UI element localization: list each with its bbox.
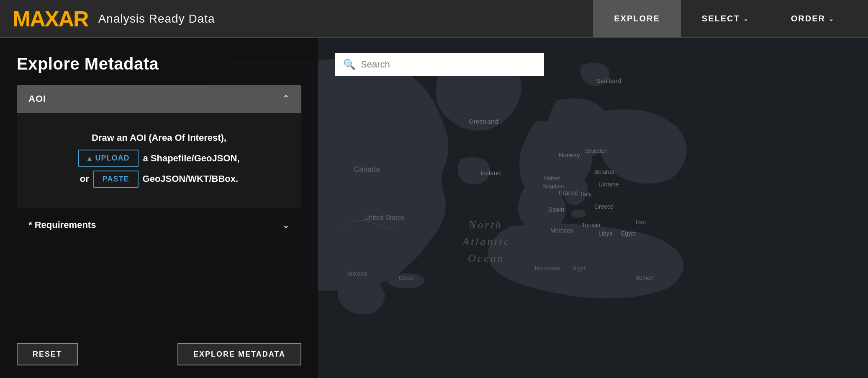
svg-text:United States: United States: [364, 214, 404, 221]
upload-button[interactable]: ▴ UPLOAD: [78, 150, 139, 167]
nav-select[interactable]: SELECT ⌄: [681, 0, 770, 37]
svg-text:Kingdom: Kingdom: [542, 183, 564, 189]
svg-text:Atlantic: Atlantic: [462, 236, 510, 248]
svg-text:Italy: Italy: [581, 191, 592, 197]
main-content: North Atlantic Ocean Svalbard Greenland …: [0, 38, 868, 378]
search-container: 🔍: [335, 53, 544, 76]
reset-button[interactable]: RESET: [17, 343, 78, 365]
requirements-section[interactable]: * Requirements ⌄: [17, 211, 301, 239]
upload-icon: ▴: [87, 154, 92, 163]
svg-text:Mexico: Mexico: [347, 270, 367, 277]
svg-point-2: [571, 210, 586, 218]
svg-text:Egypt: Egypt: [621, 230, 636, 237]
svg-text:Norway: Norway: [559, 151, 580, 158]
search-icon: 🔍: [343, 59, 356, 70]
aoi-instruction-line1: Draw an AOI (Area Of Interest),: [38, 129, 280, 146]
aoi-content: Draw an AOI (Area Of Interest), ▴ UPLOAD…: [17, 113, 301, 208]
aoi-header[interactable]: AOI ⌃: [17, 85, 301, 113]
logo-area: MAXAR Analysis Ready Data: [13, 8, 215, 30]
svg-text:Mauritania: Mauritania: [535, 265, 560, 272]
svg-text:Canada: Canada: [354, 165, 380, 173]
search-box: 🔍: [335, 53, 544, 76]
requirements-label: * Requirements: [28, 220, 96, 230]
select-chevron-icon: ⌄: [743, 16, 749, 22]
svg-text:Svalbard: Svalbard: [596, 77, 621, 84]
svg-text:Tunisia: Tunisia: [582, 222, 601, 228]
order-chevron-icon: ⌄: [829, 16, 835, 22]
paste-button[interactable]: PASTE: [93, 171, 139, 188]
panel-buttons: RESET EXPLORE METADATA: [17, 335, 301, 365]
aoi-label: AOI: [28, 93, 46, 104]
nav-order[interactable]: ORDER ⌄: [770, 0, 855, 37]
svg-text:United: United: [544, 175, 560, 181]
svg-text:Morocco: Morocco: [550, 227, 573, 234]
svg-text:North: North: [468, 219, 503, 231]
svg-text:Yemen: Yemen: [636, 274, 654, 281]
svg-text:France: France: [559, 189, 578, 196]
svg-text:Belarus: Belarus: [594, 168, 614, 175]
aoi-instruction-line2: ▴ UPLOAD a Shapefile/GeoJSON,: [38, 150, 280, 167]
svg-text:Iceland: Iceland: [480, 169, 501, 176]
page-title: Explore Metadata: [17, 54, 301, 73]
main-nav: EXPLORE SELECT ⌄ ORDER ⌄: [593, 0, 855, 37]
svg-text:Cuba: Cuba: [399, 274, 413, 281]
aoi-instruction-line3: or PASTE GeoJSON/WKT/BBox.: [38, 171, 280, 188]
svg-text:Greece: Greece: [594, 203, 614, 210]
svg-text:Greenland: Greenland: [469, 118, 498, 125]
svg-text:Ukraine: Ukraine: [598, 181, 619, 188]
svg-text:Sweden: Sweden: [585, 147, 608, 154]
svg-text:Spain: Spain: [548, 206, 564, 213]
maxar-logo: MAXAR: [13, 8, 88, 30]
left-panel: Explore Metadata AOI ⌃ Draw an AOI (Area…: [0, 38, 318, 378]
svg-text:Iraq: Iraq: [636, 219, 646, 225]
app-subtitle: Analysis Ready Data: [98, 12, 215, 26]
search-input[interactable]: [361, 59, 536, 70]
explore-metadata-button[interactable]: EXPLORE METADATA: [177, 343, 301, 365]
svg-text:Ocean: Ocean: [468, 252, 505, 264]
svg-text:Niger: Niger: [573, 265, 586, 272]
header: MAXAR Analysis Ready Data EXPLORE SELECT…: [0, 0, 868, 38]
aoi-chevron-icon: ⌃: [282, 93, 290, 104]
requirements-chevron-icon: ⌄: [282, 220, 290, 230]
svg-text:Libya: Libya: [598, 230, 613, 237]
nav-explore[interactable]: EXPLORE: [593, 0, 681, 37]
aoi-section: AOI ⌃ Draw an AOI (Area Of Interest), ▴ …: [17, 85, 301, 208]
